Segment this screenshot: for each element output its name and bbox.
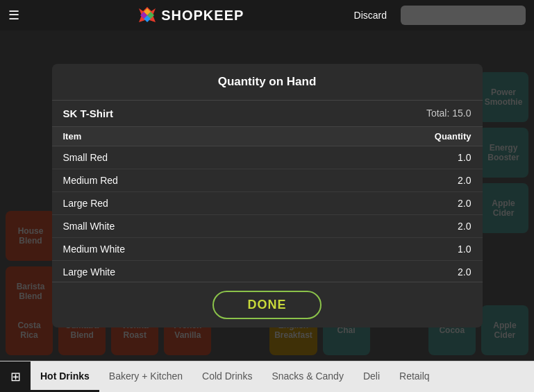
row-quantity: 2.0 — [458, 266, 471, 278]
row-item: Medium Red — [63, 175, 118, 186]
done-button[interactable]: DONE — [212, 291, 321, 319]
bottom-nav: ⊞ Hot DrinksBakery + KitchenCold DrinksS… — [0, 361, 534, 392]
logo-text: SHOPKEEP — [161, 8, 244, 24]
tab-cold-drinks[interactable]: Cold Drinks — [192, 361, 262, 392]
table-row: Medium Red 2.0 — [52, 169, 483, 192]
modal-table-header: Item Quantity — [52, 127, 483, 146]
table-row: Small Red 1.0 — [52, 146, 483, 169]
modal-item-row: SK T-Shirt Total: 15.0 — [52, 101, 483, 127]
row-quantity: 2.0 — [458, 175, 471, 186]
main-area: PowerSmoothie EnergyBooster AppleCider H… — [0, 31, 534, 361]
modal-item-name: SK T-Shirt — [63, 108, 114, 119]
modal-title: Quantity on Hand — [52, 64, 483, 101]
search-input[interactable] — [401, 6, 526, 25]
row-item: Medium White — [63, 244, 125, 255]
modal-body: Small Red 1.0 Medium Red 2.0 Large Red 2… — [52, 146, 483, 282]
table-row: Large Red 2.0 — [52, 192, 483, 215]
quantity-modal: Quantity on Hand SK T-Shirt Total: 15.0 … — [52, 64, 483, 327]
tab-bakery--kitchen[interactable]: Bakery + Kitchen — [99, 361, 192, 392]
col-item-header: Item — [63, 131, 82, 142]
row-quantity: 1.0 — [458, 152, 471, 163]
row-quantity: 1.0 — [458, 244, 471, 255]
grid-button[interactable]: ⊞ — [0, 361, 31, 393]
table-row: Large White 2.0 — [52, 261, 483, 282]
app-header: ☰ SHOPKEEP Discard — [0, 0, 534, 31]
modal-overlay: Quantity on Hand SK T-Shirt Total: 15.0 … — [0, 31, 534, 361]
row-quantity: 2.0 — [458, 221, 471, 232]
row-item: Small Red — [63, 152, 108, 163]
discard-button[interactable]: Discard — [354, 10, 387, 21]
tab-retailq[interactable]: Retailq — [390, 361, 440, 392]
grid-icon: ⊞ — [10, 369, 21, 384]
shopkeep-logo-icon — [137, 6, 157, 25]
tab-deli[interactable]: Deli — [353, 361, 390, 392]
tab-hot-drinks[interactable]: Hot Drinks — [31, 361, 99, 392]
row-quantity: 2.0 — [458, 198, 471, 209]
menu-icon[interactable]: ☰ — [8, 8, 28, 23]
modal-total: Total: 15.0 — [426, 108, 472, 119]
row-item: Small White — [63, 221, 115, 232]
nav-tabs: Hot DrinksBakery + KitchenCold DrinksSna… — [31, 361, 534, 392]
col-quantity-header: Quantity — [435, 131, 472, 142]
table-row: Small White 2.0 — [52, 215, 483, 238]
modal-footer: DONE — [52, 282, 483, 327]
row-item: Large Red — [63, 198, 108, 209]
row-item: Large White — [63, 266, 115, 278]
logo: SHOPKEEP — [36, 6, 346, 25]
table-row: Medium White 1.0 — [52, 238, 483, 261]
tab-snacks--candy[interactable]: Snacks & Candy — [262, 361, 353, 392]
